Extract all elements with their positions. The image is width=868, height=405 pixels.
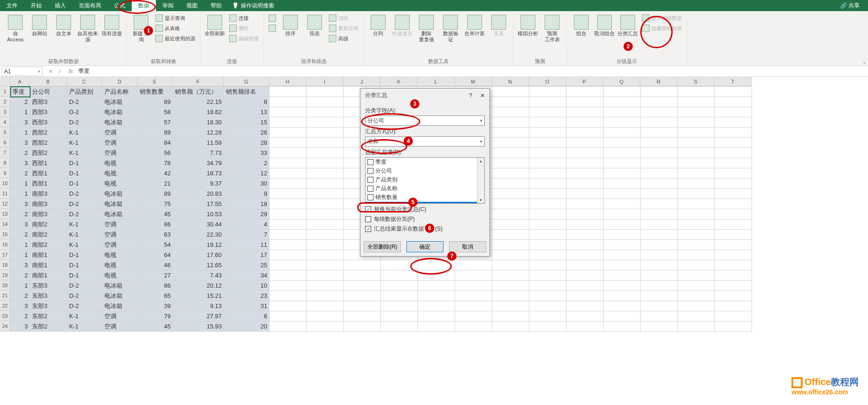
cell[interactable]: 3 (11, 301, 30, 311)
cell[interactable]: 东部2 (30, 311, 67, 321)
col-header[interactable]: P (566, 77, 603, 86)
cell[interactable] (641, 281, 678, 291)
cell[interactable] (604, 189, 641, 199)
cell[interactable]: 22.30 (173, 230, 224, 240)
cell[interactable] (307, 209, 344, 219)
cell[interactable] (715, 281, 752, 291)
cell[interactable]: 33 (224, 148, 270, 158)
cell[interactable]: 89 (138, 128, 173, 138)
cell[interactable] (455, 281, 492, 291)
cell[interactable] (418, 270, 455, 281)
ribbon-btn[interactable]: 分列 (366, 13, 390, 39)
row-header[interactable]: 13 (0, 209, 10, 219)
field-combo[interactable]: 分公司▾ (365, 116, 485, 126)
cell[interactable]: 18 (224, 199, 270, 209)
cell[interactable] (270, 321, 307, 332)
cell[interactable] (307, 321, 344, 332)
col-header[interactable]: Q (603, 77, 640, 86)
tab-插入[interactable]: 插入 (48, 0, 72, 11)
cell[interactable]: 南部1 (30, 250, 67, 260)
cell[interactable] (492, 311, 529, 321)
cell[interactable] (715, 321, 752, 332)
cell[interactable]: K-1 (67, 230, 103, 240)
cell[interactable]: 西部1 (30, 168, 67, 179)
ribbon-btn-small[interactable]: 显示明细数据 (640, 13, 684, 23)
cell[interactable]: 3 (11, 219, 30, 230)
cell[interactable] (418, 260, 455, 270)
cell[interactable] (641, 240, 678, 250)
cell[interactable] (418, 321, 455, 332)
cell[interactable] (604, 311, 641, 321)
cell[interactable]: 1 (11, 240, 30, 250)
cell[interactable]: 10.53 (173, 209, 224, 219)
cell[interactable]: 2 (224, 158, 270, 168)
cell[interactable] (678, 260, 715, 270)
cell[interactable] (492, 148, 529, 158)
cell[interactable] (492, 158, 529, 168)
cell[interactable]: 31 (224, 301, 270, 311)
enter-icon[interactable]: ✓ (58, 68, 62, 75)
cell[interactable] (678, 321, 715, 332)
cell[interactable]: 空调 (103, 138, 138, 148)
cell[interactable]: 3 (11, 117, 30, 128)
cell[interactable]: 86 (138, 219, 173, 230)
cell[interactable]: 2 (11, 311, 30, 321)
cell[interactable]: 南部2 (30, 219, 67, 230)
ribbon-expand-icon[interactable]: ⌄ (862, 59, 866, 64)
cell[interactable]: 电冰箱 (103, 117, 138, 128)
cell[interactable] (307, 281, 344, 291)
cell[interactable]: 3 (11, 260, 30, 270)
cell[interactable] (529, 158, 566, 168)
cell[interactable]: 2 (11, 209, 30, 219)
tab-视图[interactable]: 视图 (180, 0, 204, 11)
cell[interactable] (641, 148, 678, 158)
cell[interactable] (604, 219, 641, 230)
cell[interactable]: 22.15 (173, 97, 224, 107)
cell[interactable]: 26 (224, 128, 270, 138)
cell[interactable]: 57 (138, 117, 173, 128)
cell[interactable] (566, 107, 604, 117)
sort-desc-button[interactable] (267, 23, 278, 33)
cell[interactable] (715, 107, 752, 117)
cell[interactable] (307, 230, 344, 240)
cell[interactable]: 34.79 (173, 158, 224, 168)
row-header[interactable]: 21 (0, 290, 10, 301)
ribbon-btn-small[interactable]: 最近使用的源 (154, 33, 197, 44)
cell[interactable] (715, 230, 752, 240)
cell[interactable] (270, 311, 307, 321)
row-header[interactable]: 24 (0, 321, 10, 331)
cell[interactable]: 29 (224, 209, 270, 219)
cell[interactable]: 45 (138, 209, 173, 219)
cell[interactable]: D-2 (67, 117, 103, 128)
ribbon-btn[interactable]: 自文本 (52, 13, 75, 39)
cell[interactable]: 39 (138, 301, 173, 311)
cell[interactable] (492, 179, 529, 189)
row-header[interactable]: 11 (0, 188, 10, 199)
cell[interactable]: 东部3 (30, 291, 67, 301)
ribbon-btn-small[interactable]: 隐藏明细数据 (640, 23, 684, 33)
cell[interactable] (715, 148, 752, 158)
cell[interactable]: 7.43 (173, 270, 224, 281)
ribbon-btn[interactable]: 快速填充 (391, 13, 414, 39)
col-header[interactable]: E (137, 77, 173, 86)
cell[interactable] (715, 270, 752, 281)
cell[interactable] (604, 148, 641, 158)
cell[interactable] (307, 117, 344, 128)
cell[interactable] (529, 117, 566, 128)
cell[interactable] (678, 189, 715, 199)
row-header[interactable]: 17 (0, 250, 10, 260)
cell[interactable] (270, 250, 307, 260)
cell[interactable] (678, 148, 715, 158)
cell[interactable]: 15.21 (173, 291, 224, 301)
cell[interactable] (641, 321, 678, 332)
cell[interactable] (307, 260, 344, 270)
cell[interactable]: 电视 (103, 179, 138, 189)
cell[interactable] (529, 260, 566, 270)
cell[interactable] (418, 291, 455, 301)
cell[interactable] (529, 240, 566, 250)
cell[interactable]: 电冰箱 (103, 291, 138, 301)
cell[interactable] (566, 168, 604, 179)
cell[interactable]: 销售数量 (138, 87, 173, 97)
cell[interactable] (307, 291, 344, 301)
cell[interactable] (604, 87, 641, 97)
